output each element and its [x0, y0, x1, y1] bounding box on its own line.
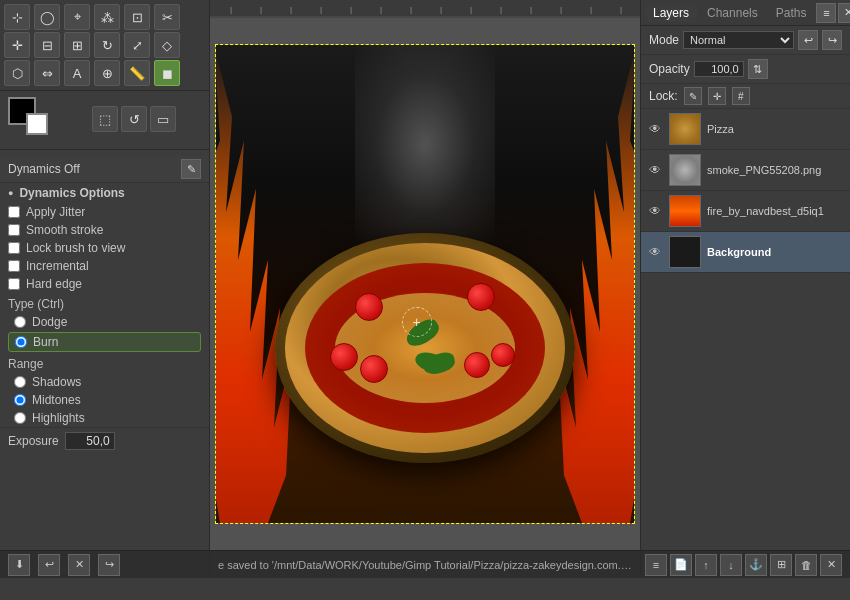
- lock-pixels-btn[interactable]: ✎: [684, 87, 702, 105]
- tool-fuzzy-select[interactable]: ⁂: [94, 4, 120, 30]
- midtones-radio[interactable]: [14, 394, 26, 406]
- svg-text:|: |: [230, 5, 232, 14]
- layers-config-btn[interactable]: ≡: [816, 3, 836, 23]
- lock-all-btn[interactable]: #: [732, 87, 750, 105]
- layer-name-pizza: Pizza: [707, 123, 844, 135]
- highlights-radio[interactable]: [14, 412, 26, 424]
- hard-edge-checkbox[interactable]: [8, 278, 20, 290]
- tool-flip[interactable]: ⇔: [34, 60, 60, 86]
- layer-name-smoke: smoke_PNG55208.png: [707, 164, 844, 176]
- mode-select[interactable]: Normal: [683, 31, 794, 49]
- main-layout: ⊹ ◯ ⌖ ⁂ ⊡ ✂ ✛ ⊟ ⊞ ↻ ⤢ ◇ ⬡ ⇔ A ⊕ 📏 ◼: [0, 0, 850, 578]
- range-section-label: Range: [0, 353, 209, 373]
- tool-select-color[interactable]: ⊡: [124, 4, 150, 30]
- burn-radio[interactable]: [15, 336, 27, 348]
- layer-eye-smoke[interactable]: 👁: [647, 162, 663, 178]
- tool-align[interactable]: ⊟: [34, 32, 60, 58]
- layers-bottom-config-btn[interactable]: ≡: [645, 554, 667, 576]
- tool-preset-icon[interactable]: ⬇: [8, 554, 30, 576]
- svg-text:|: |: [500, 5, 502, 14]
- canvas-container[interactable]: [210, 18, 640, 550]
- tool-measure[interactable]: 📏: [124, 60, 150, 86]
- tool-ellipse-select[interactable]: ◯: [34, 4, 60, 30]
- layer-eye-pizza[interactable]: 👁: [647, 121, 663, 137]
- shadows-label: Shadows: [32, 375, 81, 389]
- tool-scissors[interactable]: ✂: [154, 4, 180, 30]
- pizza-canvas: [215, 44, 635, 524]
- layers-header: Layers Channels Paths ≡ ✕: [641, 0, 850, 26]
- cursor-cross: [402, 307, 432, 337]
- tool-rect-select[interactable]: ⊹: [4, 4, 30, 30]
- opacity-label: Opacity: [649, 62, 690, 76]
- layers-close-btn[interactable]: ✕: [838, 3, 850, 23]
- tab-layers[interactable]: Layers: [645, 4, 697, 22]
- undo-icon[interactable]: ↩: [38, 554, 60, 576]
- exposure-label: Exposure: [8, 434, 59, 448]
- shadows-radio[interactable]: [14, 376, 26, 388]
- redo-icon[interactable]: ↪: [98, 554, 120, 576]
- tool-rotate[interactable]: ↻: [94, 32, 120, 58]
- svg-text:|: |: [530, 5, 532, 14]
- tool-perspective[interactable]: ⬡: [4, 60, 30, 86]
- tool-text[interactable]: A: [64, 60, 90, 86]
- svg-text:|: |: [470, 5, 472, 14]
- incremental-checkbox[interactable]: [8, 260, 20, 272]
- layers-up-btn[interactable]: ↑: [695, 554, 717, 576]
- tool-color-picker[interactable]: ⊕: [94, 60, 120, 86]
- tab-paths[interactable]: Paths: [768, 4, 815, 22]
- tool-extra-1[interactable]: ⬚: [92, 106, 118, 132]
- svg-text:|: |: [620, 5, 622, 14]
- tool-shear[interactable]: ◇: [154, 32, 180, 58]
- mode-redo-btn[interactable]: ↪: [822, 30, 842, 50]
- layer-name-bg: Background: [707, 246, 844, 258]
- layers-delete-btn[interactable]: 🗑: [795, 554, 817, 576]
- layers-anchor-btn[interactable]: ⚓: [745, 554, 767, 576]
- mode-history-btn[interactable]: ↩: [798, 30, 818, 50]
- exposure-input[interactable]: [65, 432, 115, 450]
- shadows-row: Shadows: [0, 373, 209, 391]
- apply-jitter-checkbox[interactable]: [8, 206, 20, 218]
- lock-brush-checkbox[interactable]: [8, 242, 20, 254]
- smooth-stroke-label: Smooth stroke: [26, 223, 103, 237]
- incremental-row: Incremental: [0, 257, 209, 275]
- smoke-effect: [355, 45, 495, 245]
- incremental-label: Incremental: [26, 259, 89, 273]
- opacity-step-btn[interactable]: ⇅: [748, 59, 768, 79]
- layers-close-x-btn[interactable]: ✕: [820, 554, 842, 576]
- toolbox: ⊹ ◯ ⌖ ⁂ ⊡ ✂ ✛ ⊟ ⊞ ↻ ⤢ ◇ ⬡ ⇔ A ⊕ 📏 ◼: [0, 0, 210, 578]
- canvas-status-text: e saved to '/mnt/Data/WORK/Youtube/Gimp …: [218, 559, 632, 571]
- opacity-input[interactable]: [694, 61, 744, 77]
- list-item[interactable]: 👁 fire_by_navdbest_d5iq1: [641, 191, 850, 232]
- list-item[interactable]: 👁 Background: [641, 232, 850, 273]
- tool-eraser[interactable]: ◼: [154, 60, 180, 86]
- smooth-stroke-checkbox[interactable]: [8, 224, 20, 236]
- pizza-thumb-icon: [670, 114, 700, 144]
- svg-text:|: |: [440, 5, 442, 14]
- highlights-label: Highlights: [32, 411, 85, 425]
- tab-channels[interactable]: Channels: [699, 4, 766, 22]
- tool-crop[interactable]: ⊞: [64, 32, 90, 58]
- layer-eye-bg[interactable]: 👁: [647, 244, 663, 260]
- tool-scale[interactable]: ⤢: [124, 32, 150, 58]
- svg-text:|: |: [260, 5, 262, 14]
- tool-free-select[interactable]: ⌖: [64, 4, 90, 30]
- tool-extra-3[interactable]: ▭: [150, 106, 176, 132]
- lock-position-btn[interactable]: ✛: [708, 87, 726, 105]
- background-color[interactable]: [26, 113, 48, 135]
- layer-thumb-fire: [669, 195, 701, 227]
- layers-new-btn[interactable]: 📄: [670, 554, 692, 576]
- dodge-radio[interactable]: [14, 316, 26, 328]
- delete-icon[interactable]: ✕: [68, 554, 90, 576]
- layer-eye-fire[interactable]: 👁: [647, 203, 663, 219]
- list-item[interactable]: 👁 smoke_PNG55208.png: [641, 150, 850, 191]
- layers-merge-btn[interactable]: ⊞: [770, 554, 792, 576]
- list-item[interactable]: 👁 Pizza: [641, 109, 850, 150]
- burn-row: Burn: [8, 332, 201, 352]
- burn-label: Burn: [33, 335, 58, 349]
- tool-extra-2[interactable]: ↺: [121, 106, 147, 132]
- mode-label: Mode: [649, 33, 679, 47]
- dynamics-edit-btn[interactable]: ✎: [181, 159, 201, 179]
- tool-move[interactable]: ✛: [4, 32, 30, 58]
- layers-down-btn[interactable]: ↓: [720, 554, 742, 576]
- canvas-ruler-top: ||| ||| ||| ||| ||: [210, 0, 640, 18]
